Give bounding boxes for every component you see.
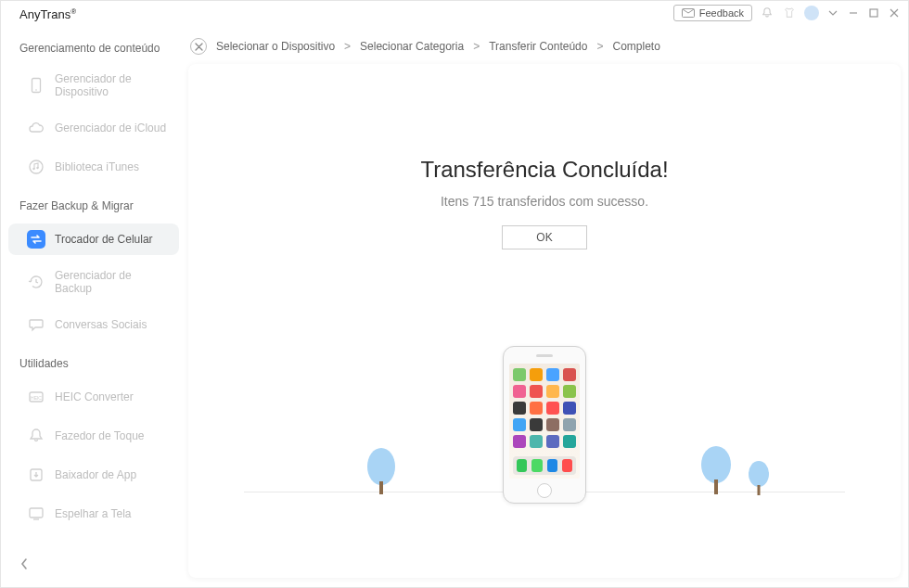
window-maximize-icon[interactable] <box>867 6 880 19</box>
app-icon <box>546 385 559 398</box>
avatar-icon[interactable] <box>804 6 819 20</box>
result-subtitle: Itens 715 transferidos com sucesso. <box>188 194 901 209</box>
app-row <box>513 368 576 381</box>
ok-button[interactable]: OK <box>502 225 587 249</box>
sidebar-item-backup-manager[interactable]: Gerenciador de Backup <box>8 262 179 301</box>
bell-icon <box>27 427 45 445</box>
app-icon <box>563 385 576 398</box>
window-dropdown-icon[interactable] <box>826 6 839 19</box>
app-icon <box>546 435 559 448</box>
tshirt-icon[interactable] <box>782 6 797 20</box>
svg-rect-11 <box>30 508 43 518</box>
sidebar-collapse-button[interactable] <box>19 557 29 574</box>
sidebar-item-label: Baixador de App <box>55 468 136 481</box>
app-icon <box>513 368 526 381</box>
app-icon <box>530 368 543 381</box>
app-row <box>513 385 576 398</box>
app-icon <box>513 385 526 398</box>
svg-rect-13 <box>379 481 383 494</box>
tree-right-small-illustration <box>747 459 771 498</box>
app-icon <box>513 402 526 415</box>
breadcrumb-step-4[interactable]: Completo <box>612 40 659 53</box>
phone-outline-icon <box>27 76 45 95</box>
sidebar-item-screen-mirror[interactable]: Espelhar a Tela <box>8 498 179 530</box>
body: Gerenciamento de conteúdo Gerenciador de… <box>1 29 908 587</box>
svg-rect-17 <box>758 485 761 495</box>
switch-arrows-icon <box>27 230 45 249</box>
sidebar-item-label: Biblioteca iTunes <box>55 160 139 173</box>
sidebar-section-backup: Fazer Backup & Migrar <box>1 194 186 220</box>
app-icon <box>546 418 559 431</box>
app-icon <box>563 402 576 415</box>
phone-illustration <box>503 346 586 504</box>
breadcrumb-close-button[interactable] <box>190 38 207 55</box>
app-icon <box>546 402 559 415</box>
breadcrumb-step-2[interactable]: Selecionar Categoria <box>360 40 464 53</box>
sidebar-section-util: Utilidades <box>1 352 186 377</box>
sidebar-item-label: Gerenciador de Dispositivo <box>55 72 168 98</box>
svg-point-12 <box>367 448 395 485</box>
breadcrumb-step-3[interactable]: Transferir Conteúdo <box>489 40 587 53</box>
app-row <box>513 418 576 431</box>
sidebar-item-label: Espelhar a Tela <box>55 507 132 520</box>
svg-rect-2 <box>870 9 877 17</box>
music-note-icon <box>27 158 45 176</box>
app-icon <box>547 459 557 472</box>
heic-badge-icon: HEIC <box>27 388 45 406</box>
app-icon <box>563 368 576 381</box>
app-icon <box>530 418 543 431</box>
svg-point-4 <box>35 89 37 91</box>
breadcrumb: Selecionar o Dispositivo > Selecionar Ca… <box>186 29 903 64</box>
cloud-icon <box>27 119 45 137</box>
sidebar-item-label: Trocador de Celular <box>55 233 153 246</box>
sidebar-item-ringtone-maker[interactable]: Fazedor de Toque <box>8 420 179 452</box>
sidebar-item-phone-switcher[interactable]: Trocador de Celular <box>8 224 179 255</box>
brand-mark: ® <box>70 7 76 16</box>
phone-home-button <box>537 483 552 498</box>
feedback-button[interactable]: Feedback <box>673 5 752 21</box>
sidebar-item-label: Gerenciador de iCloud <box>55 121 166 134</box>
illustration <box>188 327 901 513</box>
app-brand: AnyTrans® <box>10 7 76 21</box>
app-icon <box>513 435 526 448</box>
phone-dock <box>513 456 576 475</box>
app-window: AnyTrans® Feedback Gerenciamento de cont… <box>0 0 909 588</box>
sidebar-section-content: Gerenciamento de conteúdo <box>1 36 186 62</box>
app-icon <box>562 459 572 472</box>
app-row <box>513 435 576 448</box>
app-icon <box>530 385 543 398</box>
svg-point-16 <box>749 461 769 487</box>
sidebar-item-label: Fazedor de Toque <box>55 429 145 442</box>
app-icon <box>517 459 527 472</box>
mail-icon <box>682 8 695 18</box>
window-minimize-icon[interactable] <box>847 6 860 19</box>
titlebar: AnyTrans® Feedback <box>1 1 908 29</box>
titlebar-right: Feedback <box>673 5 901 21</box>
main: Selecionar o Dispositivo > Selecionar Ca… <box>186 29 908 587</box>
window-close-icon[interactable] <box>888 6 901 19</box>
tree-right-large-illustration <box>698 444 734 498</box>
download-app-icon <box>27 466 45 484</box>
breadcrumb-step-1[interactable]: Selecionar o Dispositivo <box>216 40 335 53</box>
phone-speaker <box>536 354 553 357</box>
svg-point-7 <box>36 167 38 169</box>
app-icon <box>530 435 543 448</box>
app-icon <box>531 459 542 472</box>
sidebar-item-device-manager[interactable]: Gerenciador de Dispositivo <box>8 66 179 105</box>
history-icon <box>27 273 45 291</box>
sidebar-item-label: Gerenciador de Backup <box>55 269 168 295</box>
chevron-right-icon: > <box>596 40 603 53</box>
sidebar-item-itunes-library[interactable]: Biblioteca iTunes <box>8 151 179 183</box>
sidebar-item-icloud-manager[interactable]: Gerenciador de iCloud <box>8 112 179 144</box>
notification-bell-icon[interactable] <box>760 6 775 20</box>
sidebar-item-label: HEIC Converter <box>55 390 134 403</box>
sidebar-item-heic-converter[interactable]: HEIC HEIC Converter <box>8 381 179 413</box>
chevron-right-icon: > <box>344 40 351 53</box>
content-card: Transferência Concluída! Itens 715 trans… <box>188 64 901 578</box>
svg-point-5 <box>30 160 43 173</box>
sidebar-item-app-downloader[interactable]: Baixador de App <box>8 459 179 491</box>
sidebar-item-social-messages[interactable]: Conversas Sociais <box>8 309 179 340</box>
chevron-left-icon <box>19 557 29 570</box>
app-icon <box>513 418 526 431</box>
app-icon <box>530 402 543 415</box>
